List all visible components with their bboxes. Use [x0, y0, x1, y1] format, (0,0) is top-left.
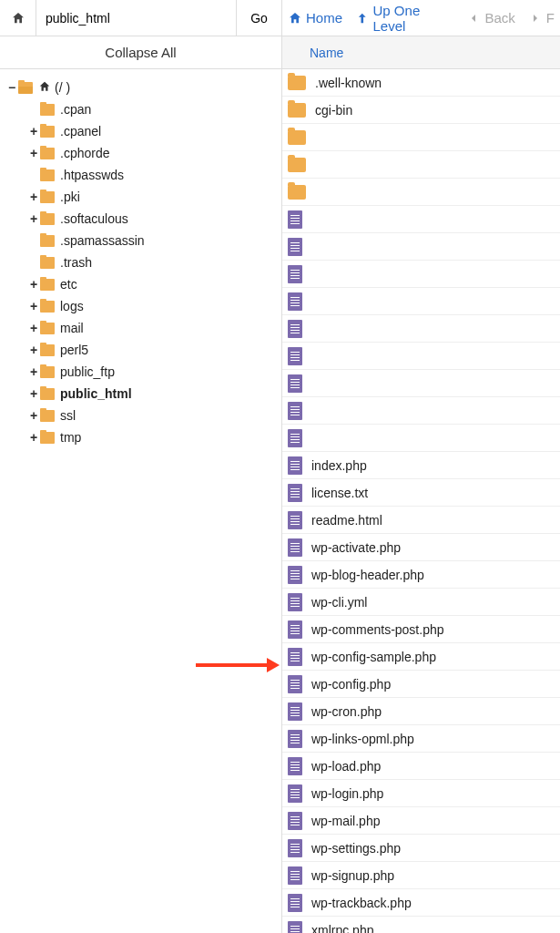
file-name-label: wp-links-opml.php — [311, 732, 414, 746]
file-row[interactable] — [282, 425, 560, 452]
nav-up[interactable]: Up One Level — [355, 3, 453, 34]
folder-icon — [40, 410, 55, 422]
home-root-button[interactable] — [0, 0, 36, 36]
tree-item[interactable]: +etc — [5, 273, 276, 295]
tree-item[interactable]: +public_ftp — [5, 361, 276, 383]
file-name-label: wp-trackback.php — [311, 896, 412, 910]
document-icon — [288, 320, 302, 338]
expand-icon[interactable]: + — [27, 386, 40, 401]
collapse-icon[interactable]: − — [5, 80, 18, 95]
nav-bar: Home Up One Level Back F — [282, 0, 560, 36]
expand-icon[interactable]: + — [27, 211, 40, 226]
file-row[interactable]: xmlrpc.php — [282, 917, 560, 933]
nav-back-label: Back — [484, 10, 514, 26]
document-icon — [288, 347, 302, 365]
file-row[interactable] — [282, 261, 560, 288]
document-icon — [288, 675, 302, 693]
file-row[interactable]: wp-settings.php — [282, 835, 560, 862]
path-input[interactable] — [36, 0, 236, 36]
nav-forward: F — [528, 10, 555, 26]
forward-arrow-icon — [528, 11, 543, 26]
file-row[interactable]: wp-comments-post.php — [282, 616, 560, 643]
folder-icon — [288, 185, 306, 200]
tree-item-label: public_ftp — [60, 364, 115, 379]
document-icon — [288, 292, 302, 311]
expand-icon[interactable]: + — [27, 343, 40, 357]
file-row[interactable]: wp-signup.php — [282, 862, 560, 889]
document-icon — [288, 265, 302, 283]
file-row[interactable]: wp-activate.php — [282, 534, 560, 561]
file-row[interactable]: .well-known — [282, 69, 560, 97]
tree-item[interactable]: +public_html — [5, 383, 276, 405]
file-row[interactable]: wp-config-sample.php — [282, 643, 560, 671]
file-list: .well-knowncgi-binindex.phplicense.txtre… — [282, 69, 560, 933]
file-name-label — [315, 183, 479, 201]
file-row[interactable] — [282, 179, 560, 206]
tree-item[interactable]: +.softaculous — [5, 208, 276, 230]
up-arrow-icon — [355, 11, 370, 26]
tree-root[interactable]: − (/ ) — [5, 77, 276, 98]
file-row[interactable] — [282, 343, 560, 370]
tree-item[interactable]: .trash — [5, 251, 276, 273]
expand-icon[interactable]: + — [27, 430, 40, 445]
file-row[interactable]: cgi-bin — [282, 97, 560, 124]
document-icon — [288, 429, 302, 447]
collapse-all-button[interactable]: Collapse All — [0, 36, 281, 69]
file-row[interactable] — [282, 124, 560, 151]
tree-item[interactable]: .spamassassin — [5, 230, 276, 251]
folder-icon — [40, 279, 55, 291]
tree-item[interactable]: .htpasswds — [5, 164, 276, 186]
document-icon — [288, 484, 302, 502]
file-name-label: license.txt — [311, 486, 368, 500]
file-row[interactable] — [282, 288, 560, 315]
file-row[interactable] — [282, 151, 560, 179]
tree-item[interactable]: +tmp — [5, 426, 276, 448]
file-row[interactable]: wp-config.php — [282, 671, 560, 698]
expand-icon[interactable]: + — [27, 277, 40, 292]
file-row[interactable]: wp-blog-header.php — [282, 561, 560, 589]
tree-item[interactable]: +perl5 — [5, 339, 276, 361]
file-row[interactable]: wp-mail.php — [282, 807, 560, 835]
file-name-label: wp-blog-header.php — [311, 568, 424, 582]
file-row[interactable] — [282, 370, 560, 397]
tree-root-label: (/ ) — [55, 80, 70, 95]
tree-item[interactable]: +mail — [5, 317, 276, 339]
file-row[interactable] — [282, 397, 560, 425]
file-row[interactable] — [282, 315, 560, 343]
expand-icon[interactable]: + — [27, 408, 40, 423]
file-name-label — [315, 156, 479, 174]
expand-icon[interactable]: + — [27, 146, 40, 160]
file-row[interactable]: readme.html — [282, 507, 560, 534]
tree-item[interactable]: .cpan — [5, 98, 276, 120]
go-button[interactable]: Go — [236, 0, 281, 36]
file-row[interactable]: wp-cron.php — [282, 698, 560, 725]
expand-icon[interactable]: + — [27, 321, 40, 335]
expand-icon[interactable]: + — [27, 299, 40, 313]
tree-item[interactable]: +.pki — [5, 186, 276, 208]
tree-item[interactable]: +logs — [5, 295, 276, 317]
expand-icon[interactable]: + — [27, 190, 40, 204]
expand-icon[interactable]: + — [27, 124, 40, 138]
column-name[interactable]: Name — [310, 46, 343, 60]
file-row[interactable]: wp-trackback.php — [282, 889, 560, 917]
file-row[interactable]: wp-links-opml.php — [282, 725, 560, 753]
file-row[interactable] — [282, 233, 560, 261]
file-row[interactable]: index.php — [282, 452, 560, 479]
file-name-label — [311, 320, 475, 338]
file-row[interactable] — [282, 206, 560, 233]
tree-item-label: mail — [60, 321, 84, 335]
tree-item[interactable]: +ssl — [5, 405, 276, 426]
tree-item[interactable]: +.cphorde — [5, 142, 276, 164]
file-name-label: wp-signup.php — [311, 868, 394, 883]
expand-icon[interactable]: + — [27, 364, 40, 379]
file-name-label: wp-settings.php — [311, 841, 401, 856]
file-row[interactable]: wp-cli.yml — [282, 589, 560, 616]
nav-home[interactable]: Home — [288, 10, 342, 26]
file-name-label: .well-known — [315, 76, 382, 90]
file-row[interactable]: wp-load.php — [282, 753, 560, 780]
document-icon — [288, 648, 302, 666]
folder-icon — [40, 126, 55, 138]
tree-item[interactable]: +.cpanel — [5, 120, 276, 142]
file-row[interactable]: wp-login.php — [282, 780, 560, 807]
file-row[interactable]: license.txt — [282, 479, 560, 507]
